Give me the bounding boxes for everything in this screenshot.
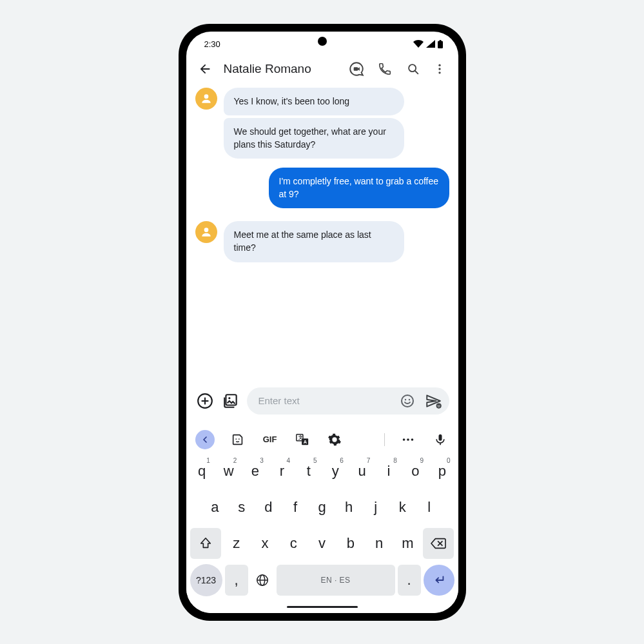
svg-point-6 bbox=[438, 72, 440, 73]
gif-button[interactable]: GIF bbox=[261, 431, 279, 449]
person-icon bbox=[200, 226, 213, 239]
compose-field[interactable] bbox=[247, 387, 449, 415]
avatar[interactable] bbox=[195, 221, 217, 243]
plus-circle-icon bbox=[197, 393, 213, 409]
key-f[interactable]: f bbox=[283, 492, 307, 523]
add-attachment-button[interactable] bbox=[195, 391, 215, 411]
stickers-button[interactable] bbox=[229, 431, 247, 449]
period-key[interactable]: . bbox=[398, 565, 421, 596]
message-bubble[interactable]: I'm completly free, want to grab a coffe… bbox=[269, 168, 449, 208]
comma-key[interactable]: , bbox=[225, 565, 248, 596]
key-superscript: 9 bbox=[420, 457, 424, 464]
phone-icon bbox=[378, 62, 392, 76]
key-d[interactable]: d bbox=[257, 492, 281, 523]
key-k[interactable]: k bbox=[390, 492, 415, 523]
microphone-icon bbox=[434, 433, 447, 446]
key-y[interactable]: y6 bbox=[324, 456, 347, 487]
more-tools-button[interactable] bbox=[399, 431, 417, 449]
enter-key[interactable] bbox=[424, 565, 454, 596]
key-o[interactable]: o9 bbox=[404, 456, 427, 487]
backspace-key[interactable] bbox=[423, 528, 454, 559]
svg-point-4 bbox=[438, 64, 440, 66]
key-superscript: 2 bbox=[233, 457, 237, 464]
arrow-left-icon bbox=[198, 62, 212, 76]
key-q[interactable]: q1 bbox=[190, 456, 213, 487]
keyboard-row-4: ?123 , EN · ES . bbox=[190, 564, 454, 596]
gear-icon bbox=[327, 433, 342, 447]
key-superscript: 5 bbox=[313, 457, 317, 464]
key-u[interactable]: u7 bbox=[350, 456, 374, 487]
message-row: Meet me at the same place as last time? bbox=[195, 221, 449, 262]
key-p[interactable]: p0 bbox=[430, 456, 454, 487]
message-bubble[interactable]: We should get together, what are your pl… bbox=[224, 118, 404, 159]
key-z[interactable]: z bbox=[224, 528, 249, 559]
shift-key[interactable] bbox=[190, 528, 221, 559]
key-h[interactable]: h bbox=[337, 492, 361, 523]
key-c[interactable]: c bbox=[280, 528, 306, 559]
svg-point-19 bbox=[235, 438, 237, 440]
language-key[interactable] bbox=[251, 565, 274, 596]
key-t[interactable]: t5 bbox=[297, 456, 320, 487]
voice-input-button[interactable] bbox=[431, 431, 449, 449]
toolbar-divider bbox=[384, 433, 385, 446]
key-a[interactable]: a bbox=[202, 492, 227, 523]
settings-button[interactable] bbox=[326, 431, 344, 449]
message-bubble[interactable]: Yes I know, it's been too long bbox=[224, 88, 404, 116]
keyboard-collapse-button[interactable] bbox=[195, 430, 215, 449]
globe-icon bbox=[255, 573, 269, 587]
video-call-button[interactable] bbox=[345, 59, 368, 79]
compose-bar bbox=[186, 381, 458, 422]
key-v[interactable]: v bbox=[309, 528, 335, 559]
phone-screen: 2:30 Natalie Romano bbox=[186, 32, 458, 613]
space-key[interactable]: EN · ES bbox=[277, 565, 395, 596]
back-button[interactable] bbox=[195, 59, 215, 79]
person-icon bbox=[200, 92, 213, 105]
avatar[interactable] bbox=[195, 88, 217, 110]
shift-icon bbox=[199, 536, 213, 551]
svg-rect-28 bbox=[438, 434, 442, 440]
return-icon bbox=[432, 573, 446, 587]
key-l[interactable]: l bbox=[417, 492, 442, 523]
key-superscript: 8 bbox=[393, 457, 397, 464]
svg-point-15 bbox=[404, 398, 405, 400]
svg-point-16 bbox=[408, 398, 409, 400]
cellular-icon bbox=[426, 40, 435, 48]
key-r[interactable]: r4 bbox=[270, 456, 294, 487]
message-list[interactable]: Yes I know, it's been too long We should… bbox=[186, 88, 458, 381]
message-input[interactable] bbox=[259, 395, 391, 406]
search-button[interactable] bbox=[402, 59, 425, 79]
more-options-button[interactable] bbox=[430, 59, 449, 79]
phone-call-button[interactable] bbox=[373, 59, 396, 79]
key-s[interactable]: s bbox=[229, 492, 254, 523]
svg-text:A: A bbox=[303, 438, 307, 444]
key-g[interactable]: g bbox=[310, 492, 335, 523]
svg-text:文: 文 bbox=[297, 434, 302, 440]
key-superscript: 1 bbox=[206, 457, 210, 464]
status-icons bbox=[413, 40, 443, 48]
key-j[interactable]: j bbox=[364, 492, 388, 523]
navigation-home-bar[interactable] bbox=[287, 606, 358, 608]
keyboard-row-3: zxcvbnm bbox=[190, 528, 454, 559]
svg-point-13 bbox=[228, 397, 230, 399]
contact-name[interactable]: Natalie Romano bbox=[224, 62, 311, 76]
key-n[interactable]: n bbox=[366, 528, 392, 559]
send-button[interactable] bbox=[424, 391, 443, 411]
key-b[interactable]: b bbox=[338, 528, 364, 559]
vertical-dots-icon bbox=[433, 63, 446, 75]
key-i[interactable]: i8 bbox=[376, 456, 400, 487]
symbols-key[interactable]: ?123 bbox=[190, 564, 222, 596]
front-camera-dot bbox=[318, 37, 327, 46]
key-e[interactable]: e3 bbox=[243, 456, 267, 487]
key-m[interactable]: m bbox=[395, 528, 420, 559]
gallery-button[interactable] bbox=[221, 391, 240, 411]
message-bubble[interactable]: Meet me at the same place as last time? bbox=[224, 221, 404, 262]
horizontal-dots-icon bbox=[401, 433, 415, 447]
key-x[interactable]: x bbox=[252, 528, 278, 559]
emoji-button[interactable] bbox=[398, 391, 417, 411]
key-w[interactable]: w2 bbox=[217, 456, 240, 487]
translate-icon: 文A bbox=[295, 433, 309, 447]
backspace-icon bbox=[430, 536, 447, 551]
svg-point-26 bbox=[407, 438, 409, 441]
key-superscript: 4 bbox=[287, 457, 291, 464]
translate-button[interactable]: 文A bbox=[293, 431, 311, 449]
